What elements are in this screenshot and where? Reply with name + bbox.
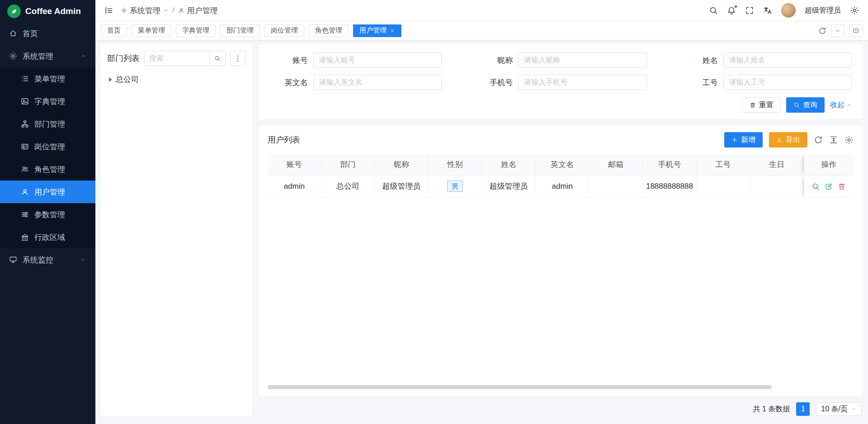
content: 部门列表 总公司 — [95, 40, 868, 424]
topbar-right: 超级管理员 — [709, 3, 859, 18]
sidebar-item-user-management[interactable]: 用户管理 — [0, 181, 95, 203]
department-panel: 部门列表 总公司 — [101, 44, 252, 416]
export-button[interactable]: 导出 — [769, 132, 807, 148]
column-header-phone: 手机号 — [643, 154, 697, 176]
sidebar-item-department-management[interactable]: 部门管理 — [0, 113, 95, 135]
delete-icon — [838, 182, 846, 191]
sidebar-item-label: 系统管理 — [23, 51, 53, 62]
sidebar-item-parameter-management[interactable]: 参数管理 — [0, 203, 95, 226]
cell-english-name: admin — [536, 176, 590, 197]
sidebar-item-label: 用户管理 — [34, 187, 65, 197]
tab-options-button[interactable] — [831, 24, 844, 37]
edit-user-button[interactable] — [825, 182, 833, 191]
view-user-button[interactable] — [811, 182, 820, 191]
sidebar-item-dictionary-management[interactable]: 字典管理 — [0, 90, 95, 113]
sidebar-item-label: 行政区域 — [34, 232, 65, 243]
tab-label: 岗位管理 — [271, 26, 298, 35]
gender-tag: 男 — [447, 181, 463, 192]
query-button-label: 查询 — [803, 100, 817, 110]
fullscreen-button[interactable] — [745, 6, 754, 15]
sidebar: Coffee Admin 首页 系统管理 菜单管理 字典管理 — [0, 0, 95, 424]
language-button[interactable] — [763, 6, 772, 15]
current-user-name[interactable]: 超级管理员 — [805, 6, 841, 15]
user-list-header: 用户列表 新增 导出 — [268, 132, 854, 148]
tab-dictionary-management[interactable]: 字典管理 — [176, 24, 216, 37]
refresh-icon — [814, 135, 823, 144]
sidebar-item-label: 部门管理 — [34, 119, 65, 129]
page-size-select[interactable]: 10 条/页 — [816, 402, 862, 416]
add-user-button[interactable]: 新增 — [724, 132, 763, 148]
cell-email — [590, 176, 643, 197]
tab-menu-management[interactable]: 菜单管理 — [132, 24, 171, 37]
menu-fold-button[interactable] — [104, 6, 113, 15]
page-number-button[interactable]: 1 — [796, 402, 810, 416]
tab-role-management[interactable]: 角色管理 — [309, 24, 349, 37]
search-actions: 重置 查询 收起 — [269, 97, 852, 113]
tree-node-root[interactable]: 总公司 — [107, 74, 245, 85]
collapse-link[interactable]: 收起 — [830, 100, 852, 110]
sidebar-item-menu-management[interactable]: 菜单管理 — [0, 67, 95, 90]
tab-home[interactable]: 首页 — [101, 24, 127, 37]
sidebar-menu: 首页 系统管理 菜单管理 字典管理 部门管理 — [0, 22, 95, 424]
field-name: 姓名 — [679, 52, 852, 68]
horizontal-scrollbar[interactable] — [268, 385, 772, 389]
tab-label: 字典管理 — [182, 26, 209, 35]
table-refresh-button[interactable] — [814, 135, 823, 144]
delete-user-button[interactable] — [838, 182, 846, 191]
field-label: 英文名 — [269, 77, 308, 88]
nickname-input[interactable] — [518, 52, 646, 68]
tab-refresh-button[interactable] — [818, 27, 826, 35]
settings-button[interactable] — [850, 6, 859, 15]
avatar[interactable] — [781, 3, 796, 18]
sidebar-item-label: 岗位管理 — [34, 142, 65, 152]
department-search-button[interactable] — [209, 51, 226, 66]
download-icon — [776, 137, 783, 143]
sidebar-item-position-management[interactable]: 岗位管理 — [0, 135, 95, 158]
topbar: 系统管理 / 用户管理 — [95, 0, 868, 21]
user-table: 账号 部门 昵称 性别 姓名 英文名 邮箱 手机号 工号 生日 操作 — [268, 154, 854, 197]
sidebar-item-system-management[interactable]: 系统管理 — [0, 45, 95, 67]
work-id-input[interactable] — [723, 75, 852, 90]
cell-department: 总公司 — [321, 176, 375, 197]
breadcrumb-section[interactable]: 系统管理 — [121, 5, 169, 16]
department-more-button[interactable] — [230, 51, 245, 66]
field-label: 昵称 — [474, 55, 513, 66]
english-name-input[interactable] — [313, 75, 442, 90]
column-header-actions: 操作 — [804, 154, 854, 176]
user-icon — [178, 7, 184, 14]
sidebar-item-system-monitor[interactable]: 系统监控 — [0, 248, 95, 271]
cell-account: admin — [268, 176, 321, 197]
sidebar-item-administrative-region[interactable]: 行政区域 — [0, 226, 95, 248]
account-input[interactable] — [313, 52, 442, 68]
reset-button[interactable]: 重置 — [742, 97, 781, 113]
user-list-tools: 新增 导出 — [724, 132, 854, 148]
close-icon — [390, 28, 395, 33]
sidebar-item-label: 首页 — [23, 29, 38, 39]
user-list-card: 用户列表 新增 导出 — [259, 126, 863, 395]
breadcrumb-page[interactable]: 用户管理 — [178, 5, 218, 16]
gear-icon — [850, 6, 859, 15]
tab-user-management[interactable]: 用户管理 — [353, 24, 401, 37]
content-fullscreen-button[interactable] — [849, 24, 863, 37]
notification-badge — [734, 5, 738, 9]
sidebar-item-home[interactable]: 首页 — [0, 22, 95, 45]
notifications-button[interactable] — [727, 6, 736, 15]
breadcrumb-section-label: 系统管理 — [130, 5, 160, 16]
app-logo[interactable]: Coffee Admin — [0, 0, 95, 22]
column-settings-button[interactable] — [844, 135, 854, 144]
search-form: 账号 昵称 姓名 英文名 — [269, 52, 852, 90]
tab-position-management[interactable]: 岗位管理 — [264, 24, 304, 37]
caret-right-icon[interactable] — [109, 77, 112, 82]
pagination-total: 共 1 条数据 — [753, 405, 790, 414]
name-input[interactable] — [723, 52, 852, 68]
search-button[interactable] — [709, 6, 718, 15]
tab-close-button[interactable] — [390, 28, 395, 33]
department-search-input[interactable] — [144, 51, 209, 66]
sidebar-item-role-management[interactable]: 角色管理 — [0, 158, 95, 181]
query-button[interactable]: 查询 — [786, 97, 825, 113]
row-height-button[interactable] — [829, 135, 838, 144]
phone-input[interactable] — [518, 75, 646, 90]
table-empty-space — [268, 197, 854, 385]
tab-department-management[interactable]: 部门管理 — [220, 24, 260, 37]
table-row: admin 总公司 超级管理员 男 超级管理员 admin 1888888888… — [268, 176, 854, 197]
